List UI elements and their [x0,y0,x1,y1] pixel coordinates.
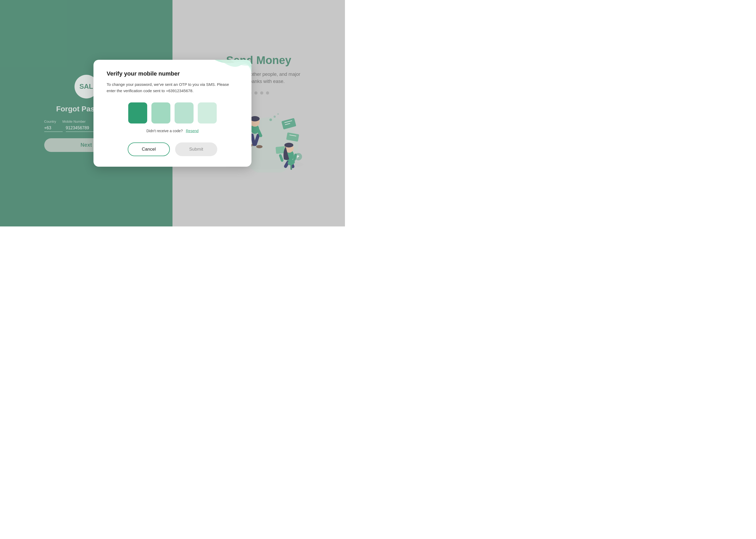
otp-input-group [107,103,238,123]
modal-wave-decoration [199,60,252,102]
resend-link[interactable]: Resend [186,129,198,133]
resend-row: Didn't receive a code? Resend [107,129,238,133]
cancel-button[interactable]: Cancel [128,142,170,156]
modal-actions: Cancel Submit [107,142,238,156]
otp-input-4[interactable] [198,103,217,123]
otp-input-1[interactable] [128,103,147,123]
resend-text: Didn't receive a code? [146,129,183,133]
otp-input-3[interactable] [175,103,193,123]
modal-overlay: Verify your mobile number To change your… [0,0,345,226]
verify-modal: Verify your mobile number To change your… [94,60,252,167]
submit-button[interactable]: Submit [175,142,217,156]
modal-title: Verify your mobile number [107,70,238,77]
otp-input-2[interactable] [151,103,170,123]
modal-description: To change your password, we've sent an O… [107,81,238,94]
